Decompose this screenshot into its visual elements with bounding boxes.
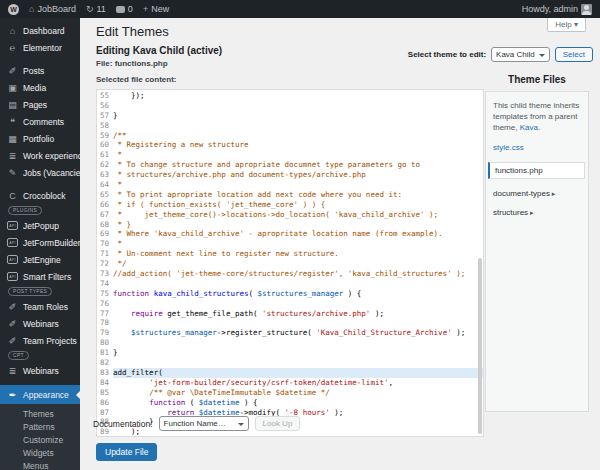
admin-bar: W ⌂ JobBoard ↻ 11 0 + New Howdy, admin [0,0,600,18]
submenu-item-menus[interactable]: Menus [0,460,80,470]
sidebar-item-team-roles[interactable]: ✐Team Roles [0,298,80,315]
sidebar-item-team-projects[interactable]: ✐Team Projects [0,332,80,349]
code-editor[interactable]: 55 });5657}5859/**60 * Registering a new… [96,89,484,437]
sidebar-item-dashboard[interactable]: ⌂Dashboard [0,22,80,39]
edit-page-icon: ✎ [7,168,18,178]
code-line: 71 * Un-comment next line to register ne… [97,249,483,259]
code-line: 62 * To change structure and apropriate … [97,160,483,170]
theme-file-style.css[interactable]: style.css [493,143,581,152]
line-number: 83 [97,368,113,378]
code-line: 60 * Registering a new structure [97,140,483,150]
theme-file-document-types[interactable]: document-types ▸ [493,189,581,198]
line-number: 64 [97,180,113,190]
sidebar-item-elementor[interactable]: ℮Elementor [0,39,80,56]
submenu-item-widgets[interactable]: Widgets [0,447,80,460]
admin-sidebar-menu: ⌂Dashboard℮Elementor✐Posts▣Media▤Pages❝C… [0,18,80,470]
theme-file-functions.php[interactable]: functions.php [488,162,585,179]
new-content-menu[interactable]: + New [143,4,169,14]
sidebar-item-posts[interactable]: ✐Posts [0,62,80,79]
appearance-brush-icon: ✒ [7,390,18,400]
code-line: 59/** [97,131,483,141]
code-line: 74 [97,279,483,289]
comments-link[interactable]: 0 [116,4,133,14]
help-tab[interactable]: Help ▾ [547,18,586,32]
line-number: 61 [97,150,113,160]
jet-plugin-icon: API [7,221,18,230]
jet-plugin-icon: API [7,272,18,281]
sidebar-item-webinars[interactable]: ≣Webinars [0,362,80,379]
submenu-item-themes[interactable]: Themes [0,408,80,421]
submenu-item-patterns[interactable]: Patterns [0,421,80,434]
code-line: 82 [97,358,483,368]
documentation-select[interactable]: Function Name… [159,416,249,431]
sidebar-item-portfolio[interactable]: ▦Portfolio [0,130,80,147]
sidebar-item-label: Posts [23,66,44,76]
sidebar-item-label: Pages [23,100,47,110]
line-number: 65 [97,190,113,200]
home-icon: ⌂ [29,5,34,14]
sidebar-item-crocoblock[interactable]: CCrocoblock [0,187,80,204]
list-icon: ≣ [7,151,18,161]
sidebar-item-appearance[interactable]: ✒Appearance [0,385,80,404]
sidebar-item-webinars[interactable]: ✐Webinars [0,315,80,332]
comments-icon: ❝ [7,117,18,127]
sidebar-item-smart-filters[interactable]: APISmart Filters [0,268,80,285]
pages-icon: ▤ [7,100,18,110]
sidebar-item-jobs-vacancies-[interactable]: ✎Jobs (Vacancies) [0,164,80,181]
theme-select-dropdown[interactable]: Kava Child [491,47,550,62]
code-line: 55 }); [97,91,483,101]
line-number: 73 [97,269,113,279]
code-line: 86 function ( $datetime ) { [97,398,483,408]
appearance-submenu: ThemesPatternsCustomizeWidgetsMenusBackg… [0,404,80,470]
code-lines: 55 });5657}5859/**60 * Registering a new… [97,90,483,437]
code-line: 65 * To print apropriate location add ne… [97,190,483,200]
line-number: 76 [97,299,113,309]
wordpress-logo-menu[interactable]: W [8,4,19,15]
theme-select-row: Select theme to edit: Kava Child Select [408,47,593,62]
howdy-text: Howdy, admin [522,4,578,14]
sidebar-item-label: Crocoblock [23,191,66,201]
sidebar-item-label: Webinars [23,319,59,329]
code-line: 57} [97,111,483,121]
sidebar-item-work-experience[interactable]: ≣Work experience [0,147,80,164]
line-number: 69 [97,229,113,239]
jet-plugin-icon: API [7,238,18,247]
lookup-button[interactable]: Look Up [255,416,301,431]
sidebar-item-label: JetFormBuilder [23,238,80,248]
plus-icon: + [143,5,148,14]
howdy-admin-menu[interactable]: Howdy, admin [522,4,592,15]
editor-scrollbar[interactable] [478,258,482,434]
code-line: 72 */ [97,259,483,269]
update-file-button[interactable]: Update File [96,443,157,461]
updates-link[interactable]: ↻ 11 [86,4,106,14]
sidebar-item-jetengine[interactable]: APIJetEngine [0,251,80,268]
theme-file-structures[interactable]: structures ▸ [493,208,581,217]
line-number: 75 [97,289,113,299]
code-line: 73//add_action( 'jet-theme-core/structur… [97,269,483,279]
sidebar-item-media[interactable]: ▣Media [0,79,80,96]
folder-arrow-icon: ▸ [528,209,533,216]
parent-theme-link[interactable]: Kava. [520,123,540,132]
sidebar-item-pages[interactable]: ▤Pages [0,96,80,113]
pushpin-icon: ✐ [7,336,18,346]
user-avatar [581,4,592,15]
media-icon: ▣ [7,83,18,93]
crocoblock-icon: C [7,191,18,201]
update-count: 11 [97,4,106,14]
line-number: 85 [97,388,113,398]
sidebar-item-jetformbuilder[interactable]: APIJetFormBuilder [0,234,80,251]
line-number: 78 [97,318,113,328]
line-number: 86 [97,398,113,408]
help-label: Help [555,20,571,29]
line-number: 72 [97,259,113,269]
code-line: 56 [97,101,483,111]
select-theme-button[interactable]: Select [555,47,593,62]
sidebar-item-jetpopup[interactable]: APIJetPopup [0,217,80,234]
submenu-item-customize[interactable]: Customize [0,434,80,447]
chevron-down-icon: ▾ [574,20,578,29]
pushpin-icon: ✐ [7,302,18,312]
sidebar-item-comments[interactable]: ❝Comments [0,113,80,130]
sidebar-item-label: JetEngine [23,255,61,265]
site-name-link[interactable]: ⌂ JobBoard [29,4,76,14]
jet-plugin-icon: API [7,255,18,264]
